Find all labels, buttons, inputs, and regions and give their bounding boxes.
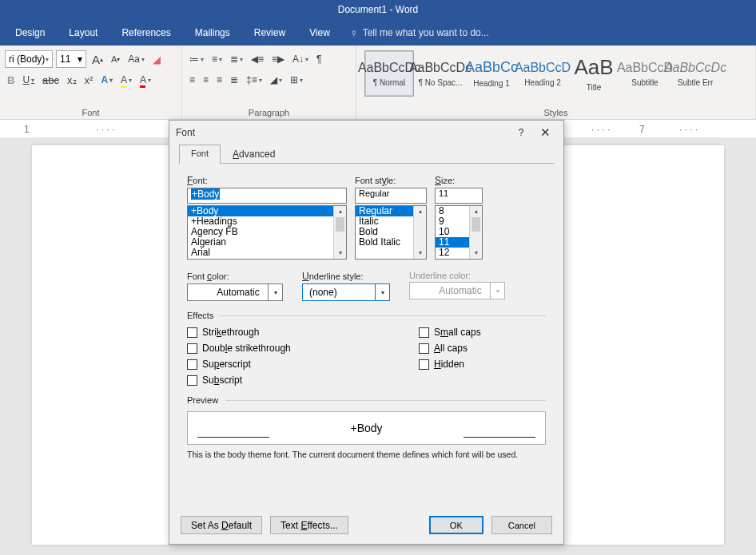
sort-button[interactable]: A↓	[290, 50, 311, 68]
size-label: Size:	[435, 175, 483, 186]
ribbon-group-font: ri (Body)▾ 11▾ A▴ A▾ Aa ◢ B U abc x₂ x² …	[0, 46, 182, 119]
preview-box: +Body	[187, 411, 546, 445]
show-marks-button[interactable]: ¶	[314, 50, 324, 68]
align-right-icon: ≡	[217, 74, 222, 85]
tab-layout[interactable]: Layout	[57, 20, 109, 46]
underline-button[interactable]: U	[20, 71, 37, 89]
clear-formatting-button[interactable]: ◢	[150, 50, 163, 68]
style-no-spacing[interactable]: AaBbCcDc¶ No Spac...	[416, 50, 465, 97]
indent-icon: ≡▶	[272, 54, 284, 65]
numbering-icon: ≡	[212, 54, 217, 65]
all-caps-checkbox[interactable]: All caps	[419, 343, 481, 354]
text-effects-button[interactable]: A	[98, 71, 115, 89]
increase-indent-button[interactable]: ≡▶	[269, 50, 287, 68]
dialog-footer: Set As Default Text Effects... OK Cancel	[169, 509, 563, 544]
help-button[interactable]: ?	[509, 121, 533, 144]
align-right-button[interactable]: ≡	[214, 71, 225, 89]
scrollbar[interactable]: ▴▾	[333, 206, 346, 259]
close-button[interactable]: ✕	[533, 121, 557, 144]
bullets-button[interactable]: ≔	[187, 50, 206, 68]
underline-style-combo[interactable]: (none)▾	[302, 283, 390, 301]
font-color-combo[interactable]: Automatic▾	[187, 283, 283, 301]
style-title[interactable]: AaBTitle	[569, 50, 619, 97]
font-name-combo[interactable]: ri (Body)▾	[5, 50, 53, 68]
list-item[interactable]: Arial	[188, 248, 346, 258]
style-heading-1[interactable]: AaBbCcHeading 1	[467, 50, 516, 97]
font-label: Font:	[187, 175, 347, 186]
font-color-button[interactable]: A	[137, 71, 153, 89]
size-input[interactable]: 11	[435, 188, 483, 204]
sort-icon: A↓	[292, 54, 304, 65]
tab-design[interactable]: Design	[3, 20, 57, 46]
underline-color-label: Underline color:	[409, 271, 505, 280]
strikethrough-checkbox[interactable]: Strikethrough	[187, 327, 419, 338]
tab-view[interactable]: View	[297, 20, 342, 46]
style-listbox[interactable]: Regular Italic Bold Bold Italic ▴▾	[355, 205, 427, 260]
borders-icon: ⊞	[290, 74, 298, 85]
tab-review[interactable]: Review	[242, 20, 297, 46]
ribbon-group-label: Styles	[361, 108, 750, 119]
tab-references[interactable]: References	[109, 20, 182, 46]
decrease-indent-button[interactable]: ◀≡	[249, 50, 266, 68]
font-dialog: Font ? ✕ Font Advanced Font: +Body +Body…	[169, 120, 564, 545]
small-caps-checkbox[interactable]: Small caps	[419, 327, 481, 338]
styles-gallery: AaBbCcDc¶ Normal AaBbCcDc¶ No Spac... Aa…	[361, 47, 750, 97]
ribbon-group-styles: AaBbCcDc¶ Normal AaBbCcDc¶ No Spac... Aa…	[356, 46, 756, 119]
dialog-tab-font[interactable]: Font	[179, 145, 221, 165]
shading-button[interactable]: ◢	[268, 71, 284, 89]
underline-style-label: Underline style:	[302, 271, 390, 282]
bold-button[interactable]: B	[5, 71, 17, 89]
strikethrough-button[interactable]: abc	[40, 71, 62, 89]
effects-header: Effects	[187, 311, 546, 320]
scrollbar[interactable]: ▴▾	[413, 206, 426, 259]
scrollbar[interactable]: ▴▾	[469, 206, 482, 259]
style-subtitle[interactable]: AaBbCcDSubtitle	[620, 50, 670, 97]
font-input[interactable]: +Body	[187, 188, 347, 204]
pilcrow-icon: ¶	[316, 54, 321, 65]
tell-me-label: Tell me what you want to do...	[363, 27, 489, 38]
underline-color-combo: Automatic▾	[409, 282, 505, 299]
tab-mailings[interactable]: Mailings	[183, 20, 242, 46]
set-default-button[interactable]: Set As Default	[181, 516, 262, 534]
grow-font-button[interactable]: A▴	[90, 50, 105, 68]
superscript-checkbox[interactable]: Superscript	[187, 359, 419, 370]
chevron-down-icon: ▾	[268, 284, 282, 300]
font-listbox[interactable]: +Body +Headings Agency FB Algerian Arial…	[187, 205, 347, 260]
highlight-color-button[interactable]: A	[118, 71, 134, 89]
multilevel-button[interactable]: ≣	[228, 50, 245, 68]
cancel-button[interactable]: Cancel	[491, 516, 552, 534]
font-size-combo[interactable]: 11▾	[56, 50, 86, 68]
chevron-down-icon: ▾	[375, 284, 389, 300]
double-strikethrough-checkbox[interactable]: Double strikethrough	[187, 343, 419, 354]
text-effects-button[interactable]: Text Effects...	[270, 516, 348, 534]
line-spacing-button[interactable]: ‡≡	[244, 71, 265, 89]
font-color-label: Font color:	[187, 271, 283, 282]
dialog-body: Font: +Body +Body +Headings Agency FB Al…	[169, 164, 563, 509]
dialog-tabs: Font Advanced	[169, 145, 563, 164]
ribbon-group-label: Font	[5, 108, 177, 119]
align-left-button[interactable]: ≡	[187, 71, 197, 89]
style-normal[interactable]: AaBbCcDc¶ Normal	[364, 50, 414, 97]
window-title: Document1 - Word	[0, 0, 756, 20]
borders-button[interactable]: ⊞	[288, 71, 305, 89]
style-subtle[interactable]: AaBbCcDcSubtle Err	[671, 50, 719, 97]
dialog-tab-advanced[interactable]: Advanced	[221, 145, 287, 164]
align-center-icon: ≡	[203, 74, 209, 85]
numbering-button[interactable]: ≡	[209, 50, 225, 68]
ribbon-tabs: Design Layout References Mailings Review…	[0, 20, 756, 46]
chevron-down-icon: ▾	[490, 283, 504, 299]
tell-me[interactable]: ♀ Tell me what you want to do...	[350, 27, 489, 39]
justify-button[interactable]: ≣	[228, 71, 241, 89]
superscript-button[interactable]: x²	[82, 71, 96, 89]
subscript-checkbox[interactable]: Subscript	[187, 375, 419, 386]
shrink-font-button[interactable]: A▾	[109, 50, 122, 68]
hidden-checkbox[interactable]: Hidden	[419, 359, 481, 370]
style-heading-2[interactable]: AaBbCcDHeading 2	[518, 50, 567, 97]
subscript-button[interactable]: x₂	[65, 71, 79, 89]
style-input[interactable]: Regular	[355, 188, 427, 204]
change-case-button[interactable]: Aa	[125, 50, 147, 68]
ok-button[interactable]: OK	[429, 516, 483, 534]
list-item[interactable]: Algerian	[188, 237, 346, 248]
size-listbox[interactable]: 8 9 10 11 12 ▴▾	[435, 205, 483, 260]
align-center-button[interactable]: ≡	[201, 71, 211, 89]
